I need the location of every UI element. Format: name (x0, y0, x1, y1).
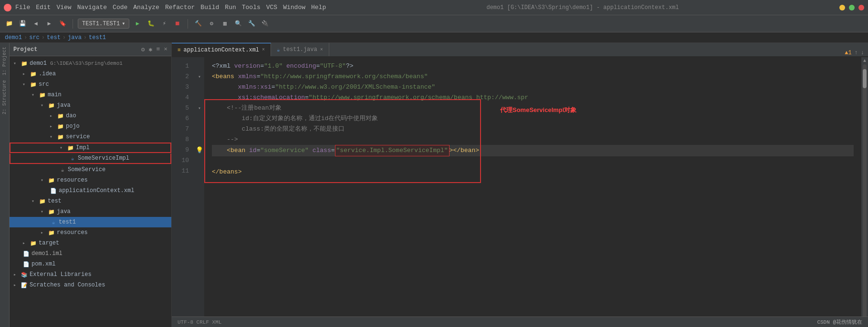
gutter-line-3 (195, 82, 204, 92)
target-folder-icon: 📁 (30, 239, 37, 247)
run-button[interactable]: ▶ (132, 19, 143, 29)
panel-settings-icon[interactable]: ⚙ (141, 46, 145, 53)
editor-scrollbar[interactable]: ▲ ▼ (861, 57, 868, 327)
tree-item-java-test[interactable]: ▾ 📁 java (10, 206, 171, 217)
tree-item-demo1-iml[interactable]: 📄 demo1.iml (10, 248, 171, 259)
breadcrumb-java[interactable]: java (68, 34, 82, 41)
tree-item-java-main[interactable]: ▾ 📁 java (10, 100, 171, 111)
menu-help[interactable]: Help (311, 4, 326, 11)
tree-item-someserviceimpl[interactable]: ☕ SomeServiceImpl (10, 153, 171, 164)
chevron-down-icon[interactable]: ▾ (122, 20, 125, 27)
breadcrumb-test[interactable]: test (47, 34, 61, 41)
menu-refactor[interactable]: Refactor (165, 4, 195, 11)
tab-close-test1[interactable]: × (320, 47, 323, 52)
code-line-8: --> (212, 134, 854, 145)
plugins-button[interactable]: 🔌 (260, 19, 270, 29)
menu-tools[interactable]: Tools (242, 4, 261, 11)
stop-button[interactable]: ⏹ (172, 19, 183, 29)
tree-item-src[interactable]: ▾ 📁 src (10, 79, 171, 90)
scroll-down-icon[interactable]: ↓ (861, 50, 864, 56)
menu-window[interactable]: Window (283, 4, 305, 11)
run-config-selector[interactable]: TEST1.TEST1 ▾ (78, 19, 129, 29)
minimize-button[interactable] (839, 5, 845, 10)
close-button[interactable] (858, 5, 864, 10)
tree-item-main[interactable]: ▾ 📁 main (10, 90, 171, 100)
arrow-icon: ▸ (41, 230, 46, 235)
tree-item-test1[interactable]: ☕ test1 (10, 217, 171, 227)
tree-item-test[interactable]: ▾ 📁 test (10, 196, 171, 206)
tree-item-service[interactable]: ▾ 📁 service (10, 132, 171, 142)
back-button[interactable]: ◀ (31, 19, 41, 29)
forward-button[interactable]: ▶ (44, 19, 54, 29)
tab-test1[interactable]: ☕ test1.java × (271, 43, 329, 56)
tree-item-impl-folder[interactable]: ▾ 📁 Impl (10, 143, 171, 153)
scroll-up-arrow[interactable]: ▲ (863, 58, 866, 63)
folder-icon: 📁 (21, 60, 28, 67)
menu-file[interactable]: File (15, 4, 30, 11)
menu-build[interactable]: Build (200, 4, 219, 11)
bookmark-button[interactable]: 🔖 (57, 19, 68, 29)
folder-icon: 📁 (57, 123, 64, 130)
project-tab[interactable]: 1: Project (1, 45, 8, 77)
panel-close-icon[interactable]: × (164, 46, 167, 53)
save-button[interactable]: 💾 (17, 19, 28, 29)
code-line-9: <bean id="someService" class="service.Im… (212, 145, 854, 156)
tree-item-external-libs[interactable]: ▸ 📚 External Libraries (10, 269, 171, 280)
menu-bar[interactable]: File Edit View Navigate Code Analyze Ref… (15, 4, 326, 11)
panel-gear-icon[interactable]: ≡ (156, 46, 160, 53)
tree-item-pom[interactable]: 📄 pom.xml (10, 259, 171, 269)
window-controls (839, 5, 864, 10)
gutter-line-9-bulb[interactable]: 💡 (195, 145, 204, 155)
tab-appcontext[interactable]: ≡ applicationContext.xml × (172, 43, 271, 56)
grid-button[interactable]: ▦ (220, 19, 230, 29)
tab-close-appcontext[interactable]: × (262, 47, 265, 52)
tools-button[interactable]: 🔧 (246, 19, 257, 29)
structure-tab[interactable]: 2: Structure (1, 78, 8, 116)
status-right: CSDN @花伤情犹在 (817, 318, 862, 326)
sidebar-panel: 1: Project 2: Structure Project ⚙ ✱ ≡ × … (0, 43, 172, 327)
gutter-line-5[interactable]: ▾ (195, 103, 204, 113)
tree-item-resources-test[interactable]: ▸ 📁 resources (10, 227, 171, 238)
open-button[interactable]: 📁 (4, 19, 14, 29)
menu-run[interactable]: Run (225, 4, 236, 11)
tree-item-scratches[interactable]: ▸ 📝 Scratches and Consoles (10, 280, 171, 290)
breadcrumb-demo1[interactable]: demo1 (5, 34, 22, 41)
breadcrumb-src[interactable]: src (29, 34, 40, 41)
menu-vcs[interactable]: VCS (266, 4, 277, 11)
class-value-highlighted: "service.Impl.SomeServiceImpl" (335, 145, 450, 156)
breadcrumb-test1[interactable]: test1 (89, 34, 106, 41)
tree-item-target[interactable]: ▸ 📁 target (10, 238, 171, 248)
run-config-label: TEST1.TEST1 (82, 20, 120, 27)
tree-item-demo1[interactable]: ▾ 📁 demo1 G:\IDEA\S3\Spring\demo1 (10, 58, 171, 69)
folder-icon: 📁 (30, 70, 37, 78)
gutter-line-10 (195, 155, 204, 166)
service-folder-icon: 📁 (57, 133, 64, 141)
coverage-button[interactable]: ⚡ (159, 19, 169, 29)
debug-button[interactable]: 🐛 (146, 19, 156, 29)
menu-view[interactable]: View (56, 4, 71, 11)
gutter-line-2[interactable]: ▾ (195, 72, 204, 82)
menu-navigate[interactable]: Navigate (77, 4, 107, 11)
tree-item-someservice[interactable]: ☕ SomeService (10, 164, 171, 175)
scroll-up-icon[interactable]: ↑ (855, 50, 858, 56)
tree-item-resources-main[interactable]: ▾ 📁 resources (10, 175, 171, 185)
java-folder-icon: 📁 (48, 102, 55, 109)
tree-item-dao[interactable]: ▸ 📁 dao (10, 111, 171, 121)
main-layout: 1: Project 2: Structure Project ⚙ ✱ ≡ × … (0, 43, 868, 327)
panel-header: Project ⚙ ✱ ≡ × (10, 43, 171, 56)
xml-icon: ≡ (178, 47, 181, 53)
tree-item-appcontext[interactable]: 📄 applicationContext.xml (10, 185, 171, 196)
maximize-button[interactable] (849, 5, 855, 10)
scrollbar-thumb[interactable] (863, 69, 867, 88)
tree-item-idea[interactable]: ▸ 📁 .idea (10, 69, 171, 79)
menu-edit[interactable]: Edit (36, 4, 51, 11)
settings-button[interactable]: ⚙ (206, 19, 217, 29)
menu-analyze[interactable]: Analyze (133, 4, 159, 11)
tree-item-pojo[interactable]: ▸ 📁 pojo (10, 121, 171, 132)
panel-expand-icon[interactable]: ✱ (149, 46, 153, 53)
search-button[interactable]: 🔍 (233, 19, 243, 29)
xml-file-icon: 📄 (50, 187, 57, 194)
scrollbar-track[interactable] (863, 64, 867, 320)
build-button[interactable]: 🔨 (193, 19, 203, 29)
menu-code[interactable]: Code (113, 4, 127, 11)
